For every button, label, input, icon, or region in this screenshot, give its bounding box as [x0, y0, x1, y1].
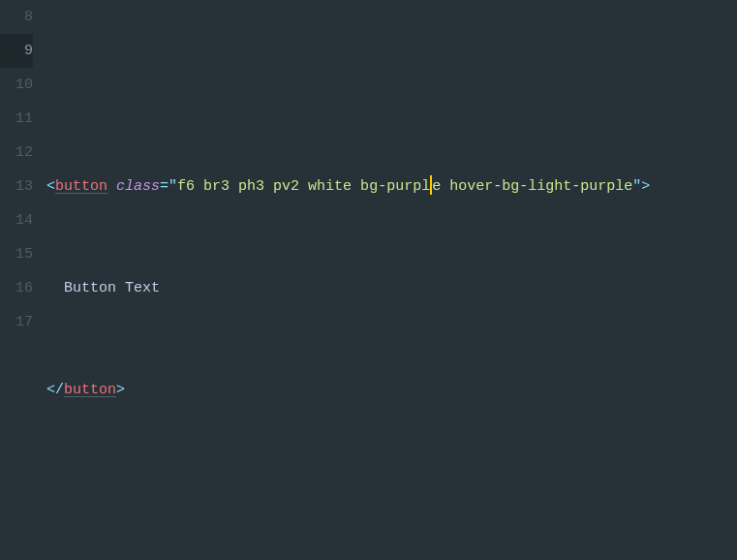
tag-name: button [64, 382, 116, 398]
tag-name: button [55, 178, 107, 195]
text-content: Button Text [46, 280, 160, 296]
code-line[interactable]: <button class="f6 br3 ph3 pv2 white bg-p… [46, 170, 737, 203]
code-line[interactable] [46, 68, 737, 102]
line-number: 13 [0, 170, 33, 203]
line-number: 9 [0, 34, 33, 68]
line-number: 12 [0, 136, 33, 170]
code-area[interactable]: <button class="f6 br3 ph3 pv2 white bg-p… [43, 0, 737, 560]
line-number: 16 [0, 271, 33, 305]
line-number: 10 [0, 68, 33, 102]
code-editor[interactable]: 8 9 10 11 12 13 14 15 16 17 <button clas… [0, 0, 737, 560]
line-number-gutter: 8 9 10 11 12 13 14 15 16 17 [0, 0, 43, 560]
attr-name: class [116, 178, 160, 195]
line-number: 11 [0, 102, 33, 136]
line-number: 17 [0, 305, 33, 339]
line-number: 14 [0, 203, 33, 237]
line-number: 8 [0, 0, 33, 34]
code-line[interactable]: </button> [46, 373, 737, 407]
attr-value: f6 br3 ph3 pv2 white bg-purpl [177, 178, 430, 195]
code-line[interactable]: Button Text [46, 271, 737, 305]
code-line[interactable] [46, 475, 737, 509]
attr-value: e hover-bg-light-purple [432, 178, 632, 195]
line-number: 15 [0, 237, 33, 271]
